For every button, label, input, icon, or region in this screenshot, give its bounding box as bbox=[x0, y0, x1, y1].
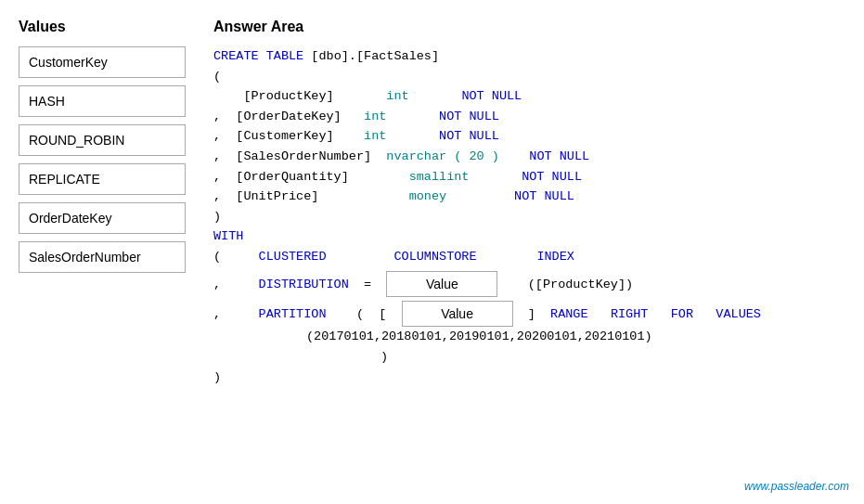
type-customerkey: int bbox=[364, 129, 386, 143]
kw-index: INDEX bbox=[536, 250, 574, 264]
code-area: CREATE TABLE [dbo].[FactSales] ( [Produc… bbox=[213, 46, 845, 387]
partition-value-box[interactable]: Value bbox=[402, 301, 513, 327]
value-item-orderdatekey[interactable]: OrderDateKey bbox=[19, 202, 186, 234]
column-customerkey: , [CustomerKey] int NOT NULL bbox=[213, 126, 845, 147]
value-item-replicate[interactable]: REPLICATE bbox=[19, 163, 186, 195]
kw-not-null-4: NOT NULL bbox=[529, 149, 589, 163]
partition-close-paren: ) bbox=[380, 347, 845, 368]
column-unitprice: , [UnitPrice] money NOT NULL bbox=[213, 187, 845, 207]
type-unitprice: money bbox=[409, 189, 447, 203]
type-orderquantity: smallint bbox=[409, 170, 470, 184]
kw-not-null-3: NOT NULL bbox=[439, 129, 499, 143]
value-item-customerkey[interactable]: CustomerKey bbox=[19, 46, 186, 78]
left-title: Values bbox=[19, 19, 186, 35]
with-line: WITH bbox=[213, 226, 845, 247]
kw-for: FOR bbox=[671, 307, 693, 321]
table-name: [dbo].[FactSales] bbox=[311, 49, 439, 63]
close-paren-cols: ) bbox=[213, 207, 845, 227]
kw-table: TABLE bbox=[266, 49, 304, 63]
column-orderquantity: , [OrderQuantity] smallint NOT NULL bbox=[213, 167, 845, 187]
open-paren-line: ( bbox=[213, 67, 845, 87]
kw-values: VALUES bbox=[716, 307, 761, 321]
left-panel: Values CustomerKey HASH ROUND_ROBIN REPL… bbox=[19, 19, 204, 485]
column-orderdatekey: , [OrderDateKey] int NOT NULL bbox=[213, 107, 845, 127]
column-productkey: [ProductKey] int NOT NULL bbox=[213, 86, 845, 107]
column-salesordernumber: , [SalesOrderNumber] nvarchar ( 20 ) NOT… bbox=[213, 147, 845, 167]
kw-partition: PARTITION bbox=[259, 307, 327, 321]
kw-clustered: CLUSTERED bbox=[259, 250, 327, 264]
partition-line: , PARTITION ( [ Value ] RANGE RIGHT FOR … bbox=[213, 301, 845, 327]
kw-columnstore: COLUMNSTORE bbox=[393, 250, 476, 264]
kw-not-null-5: NOT NULL bbox=[522, 170, 582, 184]
clustered-line: ( CLUSTERED COLUMNSTORE INDEX bbox=[213, 247, 845, 267]
watermark: www.passleader.com bbox=[744, 480, 849, 493]
kw-not-null-1: NOT NULL bbox=[461, 89, 522, 103]
type-salesordernumber: nvarchar ( 20 ) bbox=[386, 149, 499, 163]
kw-range: RANGE bbox=[550, 307, 588, 321]
value-item-salesordernumber[interactable]: SalesOrderNumber bbox=[19, 241, 186, 273]
kw-with: WITH bbox=[213, 229, 243, 243]
distribution-suffix: ([ProductKey]) bbox=[528, 277, 633, 291]
distribution-line: , DISTRIBUTION = Value ([ProductKey]) bbox=[213, 271, 845, 297]
kw-distribution: DISTRIBUTION bbox=[259, 277, 349, 291]
distribution-value-box[interactable]: Value bbox=[386, 271, 497, 297]
type-orderdatekey: int bbox=[364, 110, 386, 123]
values-line: (20170101,20180101,20190101,20200101,202… bbox=[306, 327, 845, 347]
kw-right: RIGHT bbox=[611, 307, 649, 321]
value-item-hash[interactable]: HASH bbox=[19, 85, 186, 117]
kw-not-null-2: NOT NULL bbox=[439, 110, 499, 123]
value-item-round-robin[interactable]: ROUND_ROBIN bbox=[19, 124, 186, 156]
kw-not-null-6: NOT NULL bbox=[514, 189, 574, 203]
right-title: Answer Area bbox=[213, 19, 845, 35]
right-panel: Answer Area CREATE TABLE [dbo].[FactSale… bbox=[204, 19, 845, 485]
type-productkey: int bbox=[386, 89, 408, 103]
final-close-paren: ) bbox=[213, 368, 845, 388]
kw-create: CREATE bbox=[213, 49, 259, 63]
create-table-line: CREATE TABLE [dbo].[FactSales] bbox=[213, 46, 845, 67]
